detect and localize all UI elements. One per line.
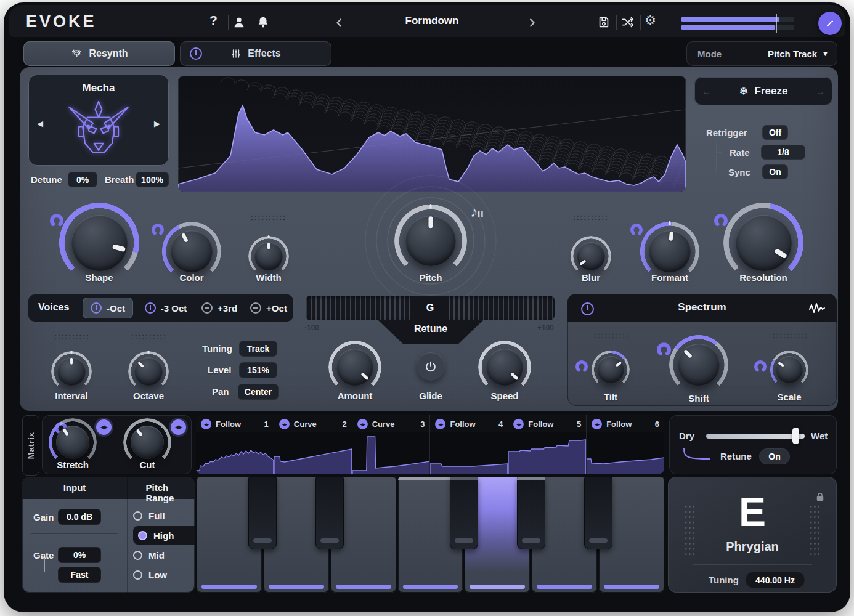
spectrum-power-icon[interactable] xyxy=(581,302,594,315)
mod-indicator-icon[interactable] xyxy=(575,360,588,373)
voice-minus-3oct[interactable]: -3 Oct xyxy=(138,298,193,318)
rate-value[interactable]: 1/8 xyxy=(761,145,805,160)
gain-value[interactable]: 0.0 dB xyxy=(58,509,101,525)
mecha-next-arrow[interactable]: ▶ xyxy=(154,119,160,128)
interval-knob[interactable] xyxy=(51,351,92,392)
lane-nav-icon[interactable]: ◀▶ xyxy=(435,419,445,429)
gain-label: Gain xyxy=(33,512,54,522)
mod-slot-dots[interactable] xyxy=(131,334,166,341)
pitch-range-high[interactable]: High xyxy=(133,526,195,545)
mod-indicator-icon[interactable] xyxy=(754,360,767,373)
stretch-link-button[interactable]: ◀▶ xyxy=(96,419,112,435)
preset-prev-button[interactable] xyxy=(331,15,348,31)
scale-knob[interactable] xyxy=(770,351,808,389)
mod-slot-dots[interactable] xyxy=(250,214,286,222)
freeze-button[interactable]: ← ❄ Freeze → xyxy=(694,77,832,105)
matrix-section-tag: Matrix xyxy=(22,415,39,476)
tab-effects[interactable]: Effects xyxy=(180,41,331,66)
music-note-icon: ♪II xyxy=(470,203,484,221)
resolution-knob[interactable] xyxy=(723,203,803,283)
lane-nav-icon[interactable]: ◀▶ xyxy=(592,419,602,429)
tilt-knob[interactable] xyxy=(592,351,630,389)
settings-gear-icon[interactable]: ⚙ xyxy=(645,13,656,28)
retrigger-value[interactable]: Off xyxy=(762,125,788,140)
mix-retune-label: Retune xyxy=(720,451,752,461)
mod-slot-dots[interactable] xyxy=(54,334,89,341)
mod-slot-dots[interactable] xyxy=(572,214,608,222)
blur-knob[interactable] xyxy=(571,236,611,277)
voice-minus-oct[interactable]: -Oct xyxy=(83,298,133,318)
freeze-next-arrow[interactable]: → xyxy=(816,86,825,97)
key-scale-name[interactable]: Phrygian xyxy=(726,540,779,554)
lane-nav-icon[interactable]: ◀▶ xyxy=(279,419,290,429)
lane-nav-icon[interactable]: ◀▶ xyxy=(357,419,368,429)
mod-lane-1[interactable]: ◀▶Follow1 xyxy=(196,415,274,474)
lane-nav-icon[interactable]: ◀▶ xyxy=(513,419,524,429)
pan-value[interactable]: Center xyxy=(238,384,279,400)
mecha-prev-arrow[interactable]: ◀ xyxy=(37,119,43,128)
pitch-range-full[interactable]: Full xyxy=(133,506,195,525)
glide-power-button[interactable] xyxy=(417,352,445,381)
brand-curve-button[interactable] xyxy=(818,12,842,35)
mod-lane-2[interactable]: ◀▶Curve2 xyxy=(274,415,352,474)
power-on-icon xyxy=(145,302,156,314)
mod-lane-3[interactable]: ◀▶Curve3 xyxy=(352,415,431,474)
speed-knob[interactable] xyxy=(478,341,531,394)
gate-speed-value[interactable]: Fast xyxy=(58,567,101,583)
level-value[interactable]: 151% xyxy=(239,362,277,378)
preset-next-button[interactable] xyxy=(524,15,540,31)
mix-retune-toggle[interactable]: On xyxy=(759,448,790,464)
mod-lane-6[interactable]: ◀▶Follow6 xyxy=(587,415,664,474)
shape-knob[interactable] xyxy=(59,203,139,283)
detune-value[interactable]: 0% xyxy=(68,172,97,187)
pitch-range-mid[interactable]: Mid xyxy=(133,546,195,564)
tuning-value[interactable]: Track xyxy=(239,341,277,357)
key-tuning-label: Tuning xyxy=(709,575,739,585)
shift-knob[interactable] xyxy=(669,335,728,394)
mode-selector[interactable]: Mode Pitch Track ▼ xyxy=(686,41,837,66)
resolution-label: Resolution xyxy=(739,272,787,283)
lane-nav-icon[interactable]: ◀▶ xyxy=(201,419,211,429)
key-note[interactable]: E xyxy=(739,492,766,532)
octave-knob[interactable] xyxy=(128,351,169,392)
black-key[interactable] xyxy=(584,477,612,549)
key-scale-panel: E Phrygian Tuning 440.00 Hz xyxy=(668,477,837,593)
black-key[interactable] xyxy=(517,477,545,549)
save-icon[interactable] xyxy=(596,14,612,30)
mod-slot-dots[interactable] xyxy=(772,333,808,340)
black-key[interactable] xyxy=(315,477,344,549)
bell-icon[interactable] xyxy=(255,14,271,30)
effects-power-icon[interactable] xyxy=(190,47,202,60)
user-icon[interactable] xyxy=(231,14,247,30)
sync-value[interactable]: On xyxy=(762,164,788,179)
mod-lane-4[interactable]: ◀▶Follow4 xyxy=(430,415,508,474)
voice-plus-oct[interactable]: +Oct xyxy=(245,298,292,318)
black-key[interactable] xyxy=(248,477,277,549)
help-button[interactable]: ? xyxy=(209,13,218,28)
mod-lane-5[interactable]: ◀▶Follow5 xyxy=(508,415,587,474)
shuffle-icon[interactable] xyxy=(620,14,636,30)
width-knob[interactable] xyxy=(248,236,289,277)
divider xyxy=(640,15,641,30)
shift-label: Shift xyxy=(688,393,709,403)
pitch-range-low[interactable]: Low xyxy=(133,565,195,584)
key-tuning-value[interactable]: 440.00 Hz xyxy=(746,572,805,588)
dry-wet-handle[interactable] xyxy=(792,428,799,444)
tab-resynth[interactable]: Resynth xyxy=(23,41,175,66)
freeze-prev-arrow[interactable]: ← xyxy=(702,86,711,97)
breath-value[interactable]: 100% xyxy=(136,172,169,187)
mod-slot-dots[interactable] xyxy=(593,333,629,340)
black-key[interactable] xyxy=(450,477,478,549)
keyboard xyxy=(197,477,664,593)
lock-icon[interactable] xyxy=(815,492,826,503)
gate-value[interactable]: 0% xyxy=(58,547,101,563)
amount-knob[interactable] xyxy=(328,341,381,394)
retune-note-slider[interactable]: G xyxy=(306,296,555,320)
dry-wet-slider[interactable] xyxy=(706,434,805,439)
scale-label: Scale xyxy=(777,392,801,402)
preset-name[interactable]: Formdown xyxy=(405,15,459,27)
cut-link-button[interactable]: ◀▶ xyxy=(171,419,186,435)
pitch-knob[interactable] xyxy=(394,205,467,277)
power-off-icon xyxy=(201,302,213,314)
voice-plus-3rd[interactable]: +3rd xyxy=(196,298,243,318)
